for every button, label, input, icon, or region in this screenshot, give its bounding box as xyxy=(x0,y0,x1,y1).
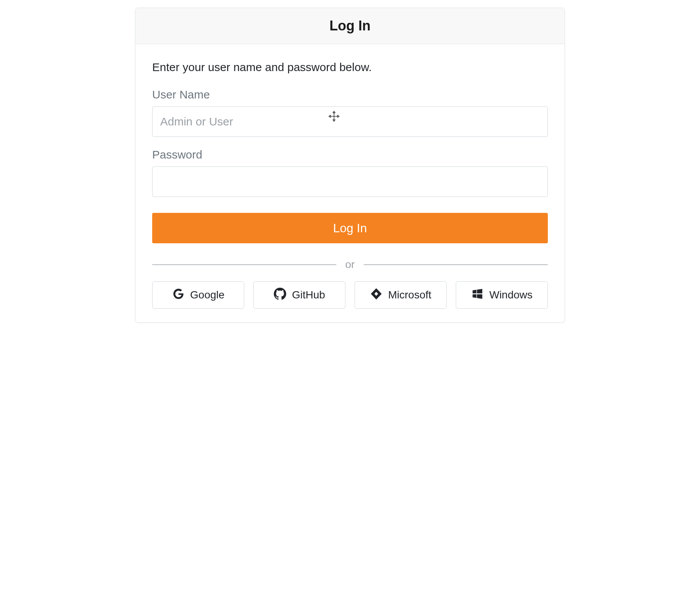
github-label: GitHub xyxy=(292,289,325,301)
google-label: Google xyxy=(190,289,224,301)
divider-line-right xyxy=(364,265,548,265)
divider-line-left xyxy=(152,265,336,265)
windows-label: Windows xyxy=(489,289,533,301)
card-body: Enter your user name and password below.… xyxy=(135,44,565,322)
google-login-button[interactable]: Google xyxy=(152,281,244,309)
microsoft-label: Microsoft xyxy=(388,289,431,301)
password-label: Password xyxy=(152,148,548,161)
username-label: User Name xyxy=(152,88,548,101)
microsoft-icon xyxy=(370,287,383,303)
github-icon xyxy=(274,287,286,303)
username-input[interactable] xyxy=(152,106,548,137)
password-input[interactable] xyxy=(152,166,548,197)
login-button[interactable]: Log In xyxy=(152,213,548,243)
windows-login-button[interactable]: Windows xyxy=(456,281,548,309)
password-group: Password xyxy=(152,148,548,197)
login-card: Log In Enter your user name and password… xyxy=(135,8,565,323)
card-header: Log In xyxy=(135,8,565,44)
username-group: User Name xyxy=(152,88,548,137)
instruction-text: Enter your user name and password below. xyxy=(152,61,548,74)
google-icon xyxy=(172,287,185,303)
page-title: Log In xyxy=(143,18,557,34)
microsoft-login-button[interactable]: Microsoft xyxy=(355,281,447,309)
divider: or xyxy=(152,258,548,271)
divider-text: or xyxy=(345,258,355,271)
provider-buttons: Google GitHub Microsoft Windows xyxy=(152,281,548,309)
windows-icon xyxy=(471,287,484,303)
github-login-button[interactable]: GitHub xyxy=(253,281,345,309)
